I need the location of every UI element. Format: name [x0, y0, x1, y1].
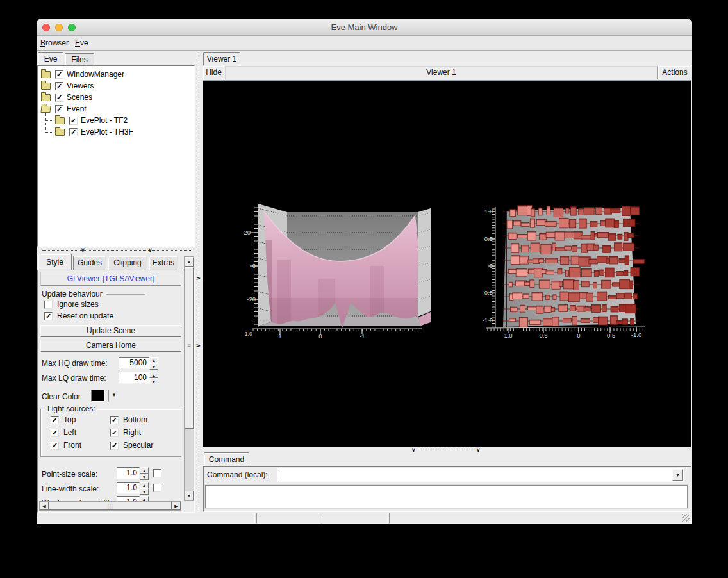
divider	[106, 294, 145, 295]
tree-item-label: EvePlot - TH3F	[81, 128, 133, 136]
y-tick-label: -1.0	[483, 317, 493, 324]
tree-item-eveplot-tf2[interactable]: ✓ EvePlot - TF2	[55, 115, 128, 126]
tree-item-event[interactable]: ✓ Event	[41, 103, 87, 115]
folder-icon	[55, 129, 65, 136]
viewer-bottom-splitter[interactable]: ∨ ∨	[203, 447, 691, 453]
update-scene-button[interactable]: Update Scene	[40, 325, 181, 337]
command-input[interactable]	[278, 469, 670, 481]
glviewer-button[interactable]: GLViewer [TGLSAViewer]	[40, 272, 181, 286]
light-bottom-checkbox[interactable]: ✓	[110, 416, 119, 424]
scroll-right-icon[interactable]: ▶	[172, 502, 181, 510]
tab-eve[interactable]: Eve	[38, 52, 63, 65]
y-tick-label: -0.5	[483, 289, 493, 296]
tree-checkbox[interactable]: ✓	[55, 105, 63, 113]
spin-down-icon[interactable]: ▼	[140, 488, 149, 495]
line-width-checkbox[interactable]	[153, 484, 161, 492]
spin-up-icon[interactable]: ▲	[140, 467, 149, 474]
style-horizontal-scrollbar[interactable]: ◀ ||| ▶	[39, 501, 181, 511]
light-left-row: ✓ Left	[51, 428, 76, 437]
x-tick-label: -1.0	[631, 331, 641, 338]
actions-button[interactable]: Actions	[658, 66, 691, 79]
menu-eve[interactable]: Eve	[75, 38, 88, 49]
max-hq-input[interactable]: 5000	[119, 357, 149, 369]
scroll-up-icon[interactable]: ▲	[185, 257, 194, 267]
viewer-title-bar[interactable]: Viewer 1	[225, 66, 658, 79]
command-output[interactable]	[205, 485, 688, 508]
scroll-left-icon[interactable]: ◀	[40, 502, 49, 510]
max-hq-stepper: ▲ ▼	[149, 357, 158, 370]
tree-checkbox[interactable]: ✓	[55, 82, 63, 90]
resize-grip[interactable]	[682, 514, 690, 522]
combobox-dropdown-icon[interactable]: ▼	[672, 469, 683, 481]
light-front-row: ✓ Front	[51, 441, 81, 450]
color-dropdown-icon[interactable]: ▼	[112, 392, 117, 398]
tab-style[interactable]: Style	[38, 254, 72, 270]
spin-down-icon[interactable]: ▼	[149, 363, 158, 370]
eve-main-window: Eve Main Window Browser Eve Eve Files ✓ …	[37, 19, 692, 524]
max-lq-label: Max LQ draw time:	[42, 374, 106, 383]
spin-down-icon[interactable]: ▼	[149, 378, 158, 384]
titlebar: Eve Main Window	[37, 19, 692, 36]
tree-checkbox[interactable]: ✓	[55, 94, 63, 102]
tab-extras[interactable]: Extras	[149, 256, 178, 270]
line-width-stepper: ▲ ▼	[140, 482, 149, 495]
scrollbar-thumb[interactable]: |||	[49, 502, 172, 510]
camera-home-button[interactable]: Camera Home	[40, 340, 181, 352]
menubar: Browser Eve	[37, 36, 692, 51]
gl-viewer-canvas[interactable]: 20 0 -20 1 0 -1 -1.0 0.8 0.6	[203, 80, 691, 447]
hide-button[interactable]: Hide	[203, 66, 224, 79]
tree-checkbox[interactable]: ✓	[55, 70, 63, 79]
point-size-checkbox[interactable]	[153, 469, 161, 477]
light-front-checkbox[interactable]: ✓	[51, 442, 59, 450]
splitter-arrow-icon: ∨	[195, 343, 201, 348]
z-tick-label: -20	[247, 295, 256, 302]
command-label: Command (local):	[207, 470, 268, 479]
spin-up-icon[interactable]: ▲	[149, 372, 158, 378]
spin-up-icon[interactable]: ▲	[140, 482, 149, 488]
light-specular-label: Specular	[123, 441, 153, 450]
light-left-checkbox[interactable]: ✓	[51, 429, 59, 437]
point-size-stepper: ▲ ▼	[140, 467, 149, 480]
tree-checkbox[interactable]: ✓	[69, 128, 78, 136]
tab-files[interactable]: Files	[65, 53, 94, 65]
ignore-sizes-checkbox[interactable]	[44, 301, 53, 309]
tree-connector	[46, 120, 54, 121]
scroll-down-icon[interactable]: ▼	[185, 491, 194, 500]
tree-item-windowmanager[interactable]: ✓ WindowManager	[41, 69, 124, 80]
light-top-checkbox[interactable]: ✓	[51, 416, 59, 424]
tree-item-eveplot-th3f[interactable]: ✓ EvePlot - TH3F	[55, 126, 133, 138]
left-horizontal-splitter[interactable]: ∨ ∨	[37, 247, 195, 254]
tree-checkbox[interactable]: ✓	[69, 117, 78, 125]
command-combobox[interactable]: ▼	[277, 468, 684, 482]
update-behaviour-title: Update behaviour	[42, 290, 103, 299]
spin-up-icon[interactable]: ▲	[149, 357, 158, 363]
clear-color-swatch[interactable]	[91, 390, 105, 402]
status-cell-3	[322, 513, 388, 524]
tree-item-label: WindowManager	[67, 70, 124, 79]
style-vertical-scrollbar[interactable]: ▲ ≡ ▼	[184, 256, 194, 501]
thumb-grip-icon: |||	[49, 502, 171, 510]
tab-viewer1[interactable]: Viewer 1	[203, 52, 240, 65]
tab-command[interactable]: Command	[204, 452, 249, 466]
z-tick-label: 20	[244, 229, 251, 236]
light-right-row: ✓ Right	[110, 428, 141, 437]
tree-item-viewers[interactable]: ✓ Viewers	[41, 80, 94, 92]
line-width-input[interactable]: 1.0	[117, 482, 140, 494]
point-size-input[interactable]: 1.0	[117, 467, 140, 479]
light-right-checkbox[interactable]: ✓	[110, 429, 119, 437]
tf2-surface-plot: 20 0 -20 1 0 -1 -1.0 0.8 0.6	[242, 202, 434, 340]
tree-item-scenes[interactable]: ✓ Scenes	[41, 92, 92, 103]
status-cell-4	[389, 513, 692, 524]
tab-clipping[interactable]: Clipping	[108, 256, 147, 270]
light-specular-checkbox[interactable]: ✓	[110, 442, 119, 450]
reset-on-update-checkbox[interactable]: ✓	[44, 312, 53, 320]
main-vertical-splitter[interactable]: ∨ ∨	[195, 51, 203, 513]
menu-browser[interactable]: Browser	[40, 38, 69, 49]
point-size-label: Point-size scale:	[42, 470, 97, 479]
spin-down-icon[interactable]: ▼	[140, 474, 149, 480]
scrollbar-thumb[interactable]: ≡	[185, 267, 194, 429]
max-lq-input[interactable]: 100	[119, 372, 149, 384]
tab-guides[interactable]: Guides	[73, 256, 106, 270]
thumb-grip-icon: ≡	[185, 342, 193, 349]
folder-icon	[41, 83, 51, 90]
